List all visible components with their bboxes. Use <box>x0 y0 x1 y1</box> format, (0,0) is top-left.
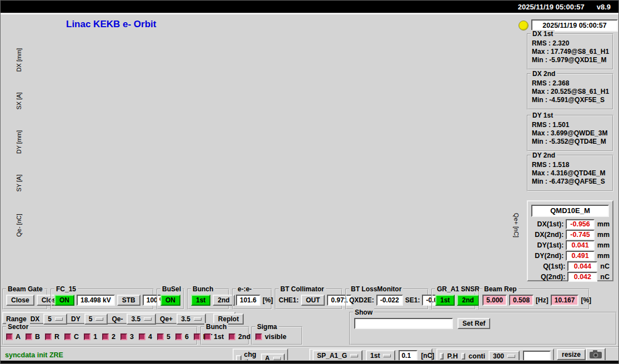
sector-label: 3 <box>130 333 134 341</box>
range-dy-select[interactable]: 5 <box>84 314 108 325</box>
resize-button[interactable]: resize <box>557 349 586 360</box>
group-title: Bunch <box>204 323 228 331</box>
sector-group: Sector ABRC123456BT <box>2 326 198 345</box>
stat-group-title: DX 1st <box>531 30 555 38</box>
stat-row: RMS : 1.501 <box>528 121 612 129</box>
sector-checkbox-bt[interactable] <box>194 333 200 340</box>
range-dx-select[interactable]: 5 <box>43 314 67 325</box>
sector-checkbox-1[interactable] <box>84 333 90 340</box>
window-titlebar: 2025/11/19 05:00:57 v8.9 <box>1 1 618 13</box>
bunch-number-select[interactable]: 1st <box>366 350 395 361</box>
sector-label: C <box>74 333 79 341</box>
range-row: Range DX 5 DY 5 Qe- 3.5 Qe+ 3.5 Replot <box>2 312 235 324</box>
toggle-item: 1 <box>84 333 97 341</box>
page-title: Linac KEKB e- Orbit <box>66 19 156 30</box>
monitor-row-label: Q(1st): <box>531 262 565 270</box>
sector-checkbox-5[interactable] <box>157 333 164 340</box>
monitor-row-unit: mm <box>597 241 610 249</box>
sector-label: 6 <box>185 333 189 341</box>
fc15-stb-button[interactable]: STB <box>117 295 140 306</box>
bunch-checkbox-2nd[interactable] <box>229 333 235 340</box>
sector-checkbox-b[interactable] <box>26 333 32 340</box>
fc15-on-button[interactable]: ON <box>54 295 74 306</box>
stat-row: Max : 17.749@S8_61_H1 <box>528 48 612 56</box>
beam-rep-value-3: 10.167 <box>551 295 579 306</box>
sx-chart: SX [A] <box>14 89 501 113</box>
stat-group-title: DX 2nd <box>531 70 557 78</box>
busel-on-button[interactable]: ON <box>160 295 180 306</box>
range-qem-select[interactable]: 3.5 <box>127 314 156 325</box>
monitor-row: DY(2nd):0.491mm <box>528 250 612 261</box>
monitor-row-unit: mm <box>597 220 610 228</box>
monitor-row: DX(1st):-0.956mm <box>528 219 612 229</box>
monitor-row-label: DX(2nd): <box>531 231 563 239</box>
sector-checkbox-4[interactable] <box>139 333 145 340</box>
fc15-kv-value: 18.498 kV <box>77 295 115 306</box>
monitor-row-label: DX(1st): <box>531 220 563 228</box>
toggle-item: 5 <box>157 333 170 341</box>
monitor-row: Q(1st):0.044nC <box>528 261 612 271</box>
monitor-panel: QMD10E_M DX(1st):-0.956mmDX(2nd):-0.745m… <box>527 200 613 281</box>
bunch-2nd-button[interactable]: 2nd <box>213 295 234 306</box>
toggle-item: C <box>64 333 79 341</box>
che1-out-button[interactable]: OUT <box>301 295 325 306</box>
sector-checkbox-r[interactable] <box>45 333 52 340</box>
monitor-row-value: 0.491 <box>566 251 594 261</box>
group-title: FC_15 <box>54 285 78 293</box>
ref-name-input[interactable] <box>354 318 453 329</box>
show-group: Show Set Ref <box>349 312 617 345</box>
stat-group-dy-1st: DY 1st RMS : 1.501Max : 3.699@QWDE_3MMin… <box>527 115 613 151</box>
sigma-group: Sigma visible <box>251 326 303 345</box>
group-title: Sector <box>6 323 30 331</box>
stat-row: Max : 20.525@S8_61_H1 <box>528 88 612 96</box>
monitor-row-unit: mm <box>597 231 610 239</box>
stat-row: Min : -5.352@QTD4E_M <box>528 138 612 146</box>
stat-group-dx-1st: DX 1st RMS : 2.320Max : 17.749@S8_61_H1M… <box>527 33 613 70</box>
dy-chart: DY [mm] <box>14 117 501 168</box>
range-qep-select[interactable]: 3.5 <box>177 314 206 325</box>
sector-label: 4 <box>148 333 152 341</box>
threshold-input[interactable] <box>399 350 417 361</box>
bunch-checkbox-1st[interactable] <box>204 333 211 340</box>
monitor-row-label: DY(1st): <box>531 241 563 249</box>
sp-monitor-select[interactable]: SP_A1_G <box>313 350 363 361</box>
sector-checkbox-2[interactable] <box>102 333 109 340</box>
bpm-x-axis-labels <box>34 252 500 285</box>
dx-axis-label: DX [mm] <box>16 48 22 72</box>
range-qep-label: Qe+ <box>160 315 173 323</box>
gr-a1-2nd-button[interactable]: 2nd <box>457 295 479 306</box>
status-led-icon <box>519 21 529 31</box>
stat-group-title: DY 2nd <box>531 151 557 159</box>
beam-rep-group: Beam Rep 5.000 0.508 [Hz] 10.167 [%] <box>479 289 590 310</box>
bunch-1st-button[interactable]: 1st <box>191 295 210 306</box>
toggle-item: visible <box>255 333 286 341</box>
qxd2e-value: -0.022 <box>376 295 403 306</box>
toggle-item: 1st <box>204 333 224 341</box>
ee-ratio-unit: [%] <box>263 296 273 304</box>
monitor-row-value: -0.745 <box>566 230 594 240</box>
stat-row: RMS : 1.518 <box>528 161 612 169</box>
sx-axis-label: SX [A] <box>16 92 22 109</box>
ph-checkbox[interactable] <box>440 353 444 360</box>
toggle-item: R <box>45 333 59 341</box>
beam-gate-close-button-1[interactable]: Close <box>6 295 34 306</box>
beam-rep-pct-unit: [%] <box>581 296 591 304</box>
set-ref-button[interactable]: Set Ref <box>457 318 490 329</box>
conti-checkbox[interactable] <box>461 353 465 360</box>
busel-group: BuSel ON <box>157 289 184 310</box>
ee-ratio-group: e-:e- 101.6 [%] <box>232 289 272 310</box>
monitor-row-unit: nC <box>600 262 610 270</box>
sector-checkbox-a[interactable] <box>6 333 13 340</box>
monitor-row-label: DY(2nd): <box>531 252 563 260</box>
threshold-unit: [nC] <box>421 352 434 360</box>
bunch-label: 2nd <box>238 333 250 341</box>
sector-checkbox-3[interactable] <box>120 333 127 340</box>
sector-checkbox-c[interactable] <box>64 333 71 340</box>
gr-a1-1st-button[interactable]: 1st <box>435 295 455 306</box>
che1-label: CHE1: <box>279 296 299 304</box>
se1-label: SE1: <box>405 296 420 304</box>
sigma-checkbox-visible[interactable] <box>255 333 262 340</box>
range-label: Range <box>6 315 27 323</box>
beam-rep-value-2: 0.508 <box>509 295 534 306</box>
sector-checkbox-6[interactable] <box>175 333 182 340</box>
